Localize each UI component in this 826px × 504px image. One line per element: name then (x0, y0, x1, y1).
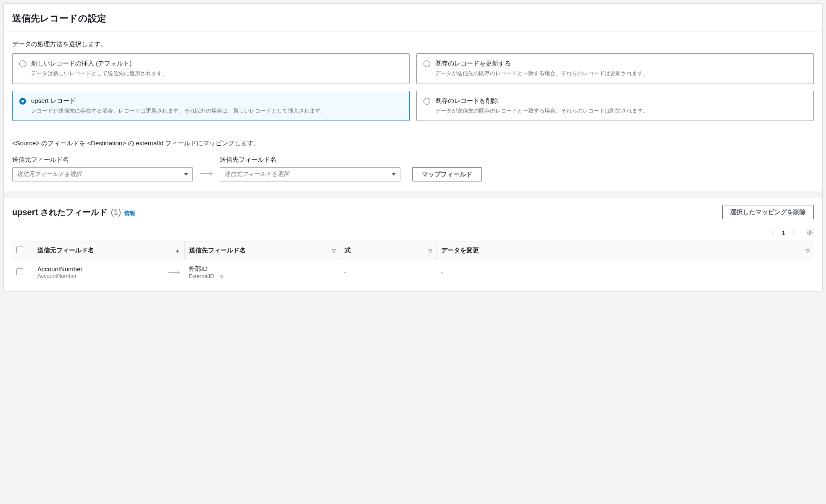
pagination-current: 1 (782, 229, 785, 236)
arrow-right-icon: ⟶ (168, 267, 180, 277)
map-field-button[interactable]: マップフィールド (412, 167, 482, 181)
option-desc: レコードが送信先に存在する場合、レコードは更新されます。それ以外の場合は、新しい… (31, 107, 402, 115)
gear-icon[interactable] (806, 229, 814, 236)
column-expression[interactable]: 式 (345, 247, 351, 255)
radio-icon (424, 60, 430, 67)
upsert-table-count: (1) (111, 207, 121, 217)
option-upsert[interactable]: upsert レコード レコードが送信先に存在する場合、レコードは更新されます。… (12, 91, 410, 121)
dest-field-select[interactable]: 送信先フィールドを選択 (220, 167, 400, 181)
option-desc: データが送信先の既存のレコードと一致する場合、それらのレコードは削除されます。 (435, 107, 807, 115)
sort-icon: ▽ (806, 248, 810, 254)
option-title: 既存のレコードを削除 (435, 97, 807, 105)
source-field-label: 送信元フィールド名 (12, 156, 193, 164)
delete-mapping-button[interactable]: 選択したマッピングを削除 (722, 205, 814, 219)
dest-field-value: 外部ID (189, 265, 336, 273)
radio-icon (424, 98, 430, 105)
table-row: AccountNumber AccountNumber ⟶ 外部ID Exter… (12, 260, 814, 285)
column-source[interactable]: 送信元フィールド名 (37, 247, 94, 255)
select-all-checkbox[interactable] (16, 247, 23, 253)
caret-down-icon (184, 173, 188, 176)
column-modify[interactable]: データを変更 (441, 247, 479, 255)
svg-point-0 (809, 232, 811, 234)
sort-icon: ▽ (332, 248, 336, 254)
expression-value: - (340, 260, 437, 285)
option-title: upsert レコード (31, 97, 402, 105)
option-insert[interactable]: 新しいレコードの挿入 (デフォルト) データは新しいレコードとして送信先に追加さ… (12, 53, 410, 84)
arrow-right-icon: ⟶ (200, 168, 213, 178)
modify-value: - (437, 260, 814, 285)
mapping-instruction: <Source> のフィールドを <Destination> の externa… (4, 129, 822, 151)
radio-icon (19, 98, 26, 105)
option-title: 新しいレコードの挿入 (デフォルト) (31, 60, 402, 68)
upsert-fields-table: 送信元フィールド名 ▲ 送信先フィールド名 ▽ 式 ▽ (12, 241, 814, 284)
source-field-select[interactable]: 送信元フィールドを選択 (12, 167, 193, 181)
radio-icon (19, 60, 26, 67)
processing-label: データの処理方法を選択します。 (12, 40, 814, 48)
select-placeholder: 送信元フィールドを選択 (17, 171, 82, 178)
row-checkbox[interactable] (16, 268, 23, 275)
section-divider (4, 192, 822, 198)
pagination-next-icon[interactable]: 〉 (792, 228, 800, 238)
sort-icon: ▽ (429, 248, 432, 254)
upsert-table-title: upsert されたフィールド (12, 207, 108, 218)
option-desc: データは新しいレコードとして送信先に追加されます。 (31, 69, 402, 78)
source-field-sub: AccountNumber (37, 273, 83, 279)
select-placeholder: 送信先フィールドを選択 (224, 171, 289, 178)
sort-asc-icon: ▲ (175, 248, 180, 254)
column-dest[interactable]: 送信先フィールド名 (189, 247, 246, 255)
source-field-value: AccountNumber (37, 265, 83, 273)
dest-field-sub: ExternalID__c (189, 273, 336, 279)
option-update[interactable]: 既存のレコードを更新する データが送信先の既存のレコードと一致する場合、それらの… (416, 53, 814, 84)
caret-down-icon (392, 173, 396, 176)
option-desc: データが送信先の既存のレコードと一致する場合、それらのレコードは更新されます。 (435, 69, 807, 78)
option-title: 既存のレコードを更新する (435, 60, 807, 68)
dest-field-label: 送信先フィールド名 (220, 156, 400, 164)
page-header: 送信先レコードの設定 (4, 4, 822, 32)
info-link[interactable]: 情報 (124, 210, 135, 217)
page-title: 送信先レコードの設定 (12, 12, 814, 25)
pagination-prev-icon[interactable]: 〈 (768, 228, 775, 238)
option-delete[interactable]: 既存のレコードを削除 データが送信先の既存のレコードと一致する場合、それらのレコ… (416, 91, 814, 121)
